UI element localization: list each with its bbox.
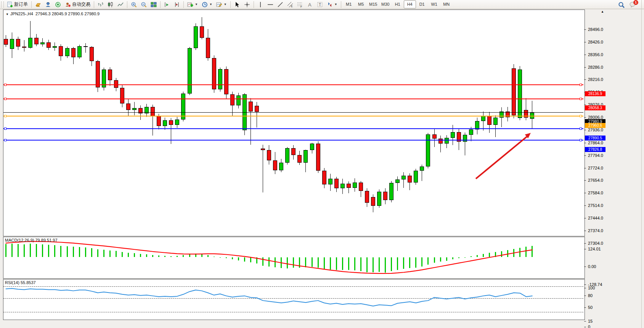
candle <box>377 192 381 206</box>
tick-mark <box>584 327 586 327</box>
macd-histogram-bar <box>477 255 478 257</box>
candle-wick <box>85 43 86 53</box>
indicators-button[interactable]: ▼ <box>185 0 200 9</box>
support-chat-button[interactable] <box>43 0 53 9</box>
timeframe-button-m5[interactable]: M5 <box>355 0 367 8</box>
new-order-button[interactable]: 新订单 <box>5 0 30 9</box>
vertical-line-tool[interactable] <box>255 0 265 9</box>
dropdown-caret: ▼ <box>224 3 227 6</box>
line-handle[interactable] <box>580 139 582 141</box>
templates-button[interactable]: ▼ <box>214 0 229 9</box>
price-tick-label: 27724.0 <box>588 166 603 170</box>
rsi-pane[interactable]: RSI(14) 55.8537 <box>3 279 585 320</box>
fibonacci-tool[interactable]: F <box>295 0 305 9</box>
tick-mark <box>584 180 586 181</box>
candle <box>206 38 210 58</box>
chart-end-marker-icon: ▲ <box>601 10 604 13</box>
candle <box>4 39 8 45</box>
crosshair-tool-button[interactable] <box>242 0 252 9</box>
tick-mark <box>584 307 586 308</box>
separator <box>254 1 254 8</box>
macd-histogram-bar <box>501 251 502 257</box>
zoom-out-button[interactable] <box>139 0 149 9</box>
notifications-chat-icon[interactable]: 1 <box>630 2 636 8</box>
timeframe-button-m30[interactable]: M30 <box>379 0 392 8</box>
horizontal-line-pivot-orange[interactable] <box>3 116 583 116</box>
macd-tick-label: 0.00 <box>588 264 596 269</box>
chart-symbol: JPN225-,H4 <box>10 11 33 16</box>
candle <box>218 69 222 90</box>
tick-mark <box>584 193 586 193</box>
autotrading-button[interactable]: 自动交易 <box>63 0 92 9</box>
chart-shift-button[interactable] <box>172 0 182 9</box>
timeframe-button-h4[interactable]: H4 <box>404 0 416 8</box>
macd-histogram-bar <box>238 257 239 261</box>
bar-chart-mode-button[interactable] <box>96 0 106 9</box>
macd-histogram-bar <box>293 257 294 268</box>
horizontal-line-support-2[interactable] <box>3 140 583 141</box>
horizontal-line-bid-price-line[interactable] <box>3 112 583 113</box>
rsi-level-line <box>3 312 583 312</box>
candle <box>487 116 491 125</box>
timeframe-button-d1[interactable]: D1 <box>416 0 428 8</box>
dropdown-caret: ▼ <box>209 3 212 6</box>
text-tool[interactable]: A <box>305 0 315 9</box>
macd-histogram-bar <box>207 255 209 257</box>
line-handle[interactable] <box>4 128 6 130</box>
candlestick-mode-button[interactable] <box>106 0 116 9</box>
macd-histogram-bar <box>318 257 319 268</box>
timeframe-button-m1[interactable]: M1 <box>343 0 355 8</box>
search-icon[interactable] <box>618 2 624 8</box>
candle <box>475 121 479 129</box>
cursor-tool-button[interactable] <box>232 0 242 9</box>
timeframe-button-m15[interactable]: M15 <box>367 0 379 8</box>
line-handle[interactable] <box>580 128 582 130</box>
periods-button[interactable]: ▼ <box>200 0 214 9</box>
market-watch-button[interactable] <box>33 0 43 9</box>
tick-mark <box>584 284 586 285</box>
candle <box>291 148 296 155</box>
macd-histogram-bar <box>330 257 331 270</box>
price-axis[interactable]: 28496.028426.028356.028286.028216.028146… <box>584 18 644 328</box>
price-tick-label: 27514.0 <box>588 203 603 208</box>
timeframe-button-mn[interactable]: MN <box>440 0 453 8</box>
line-handle[interactable] <box>4 98 6 100</box>
timeframe-button-h1[interactable]: H1 <box>392 0 404 8</box>
macd-histogram-bar <box>116 251 117 257</box>
tick-mark <box>584 79 586 80</box>
candle <box>267 150 271 160</box>
horizontal-line-tool[interactable] <box>265 0 275 9</box>
template-icon <box>216 2 222 8</box>
macd-histogram-bar <box>483 254 484 257</box>
dropdown-caret: ▼ <box>195 3 198 6</box>
price-tick-label: 27584.0 <box>588 191 603 195</box>
trendline-tool[interactable] <box>275 0 285 9</box>
line-handle[interactable] <box>4 115 6 117</box>
horizontal-line-support-1[interactable] <box>3 128 583 129</box>
line-handle[interactable] <box>580 84 582 86</box>
text-label-tool[interactable]: T <box>315 0 325 9</box>
toolbar-right-group: 1 <box>618 2 644 8</box>
line-handle[interactable] <box>580 98 582 100</box>
zoom-in-button[interactable] <box>129 0 139 9</box>
line-handle[interactable] <box>580 115 582 117</box>
auto-scroll-button[interactable] <box>162 0 172 9</box>
chevron-down-icon[interactable]: ▼ <box>6 13 9 16</box>
candle-wick <box>483 111 483 131</box>
tick-mark <box>584 155 586 156</box>
arrows-tool[interactable]: ▼ <box>325 0 339 9</box>
line-handle[interactable] <box>4 139 6 141</box>
horizontal-line-resistance-1[interactable] <box>3 84 583 85</box>
candle <box>16 39 20 47</box>
price-pane[interactable]: ▼JPN225-,H4 27946.3 28045.9 27890.6 2798… <box>3 10 585 236</box>
equidistant-channel-tool[interactable]: E <box>285 0 295 9</box>
toolbar-grip[interactable] <box>1 2 4 8</box>
signals-button[interactable] <box>53 0 63 9</box>
line-chart-mode-button[interactable] <box>116 0 125 9</box>
candle <box>383 192 387 200</box>
tile-windows-icon <box>151 2 157 8</box>
line-handle[interactable] <box>4 84 6 86</box>
timeframe-button-w1[interactable]: W1 <box>428 0 440 8</box>
tile-windows-button[interactable] <box>149 0 159 9</box>
horizontal-line-resistance-2[interactable] <box>3 99 583 99</box>
